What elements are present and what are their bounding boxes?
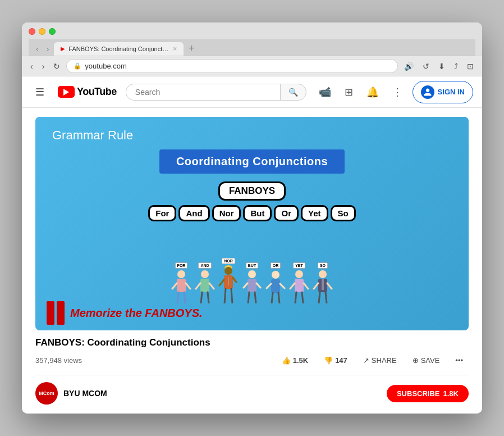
svg-rect-20 (248, 279, 256, 292)
svg-line-22 (256, 283, 260, 288)
yt-logo-icon (58, 86, 75, 98)
svg-point-19 (248, 270, 256, 278)
fanboys-word-or: Or (274, 205, 299, 221)
memorize-text: Memorize the FANBOYS. (70, 307, 203, 320)
back-nav-button[interactable]: ‹ (28, 60, 36, 72)
more-actions-button[interactable]: ••• (450, 353, 469, 368)
svg-line-40 (314, 283, 318, 289)
fanboys-label: FANBOYS (218, 181, 286, 201)
pause-bar-right (57, 301, 65, 325)
svg-line-11 (208, 292, 209, 303)
svg-line-29 (272, 293, 273, 303)
svg-line-34 (304, 283, 308, 289)
svg-rect-26 (271, 279, 280, 293)
svg-line-9 (209, 283, 214, 289)
svg-rect-7 (200, 279, 209, 292)
share-label: SHARE (372, 356, 397, 365)
tab-bar: ‹ › ▶ FANBOYS: Coordinating Conjunctions… (29, 39, 475, 56)
save-button[interactable]: ⊕ SAVE (407, 353, 446, 368)
svg-line-24 (255, 292, 256, 303)
search-button[interactable]: 🔍 (280, 84, 306, 101)
character-and-svg (195, 270, 215, 303)
svg-line-35 (295, 292, 296, 303)
share-button[interactable]: ↗ SHARE (358, 353, 402, 368)
channel-row: MCom BYU MCOM SUBSCRIBE 1.8K (35, 382, 469, 405)
volume-button[interactable]: 🔊 (401, 60, 416, 72)
svg-point-25 (272, 271, 280, 279)
title-bar: ‹ › ▶ FANBOYS: Coordinating Conjunctions… (22, 22, 482, 56)
fanboys-word-yet: Yet (301, 205, 328, 221)
reading-mode-button[interactable]: ⊡ (464, 60, 476, 72)
share-icon: ↗ (363, 356, 369, 365)
subscribe-button[interactable]: SUBSCRIBE 1.8K (387, 385, 469, 402)
new-tab-button[interactable]: + (186, 42, 198, 56)
address-bar[interactable]: 🔒 youtube.com (66, 59, 398, 73)
channel-name[interactable]: BYU MCOM (63, 389, 107, 398)
character-nor: NOR (218, 258, 239, 303)
video-views: 357,948 views (35, 356, 82, 365)
pause-bar-left (47, 301, 54, 325)
search-input[interactable] (126, 84, 280, 101)
create-video-button[interactable]: 📹 (315, 83, 335, 102)
sign-in-label: SIGN IN (438, 88, 465, 96)
fanboys-word-and: And (178, 205, 209, 221)
svg-line-33 (290, 283, 295, 289)
dislike-count: 147 (335, 356, 347, 365)
thumbs-up-icon: 👍 (282, 356, 291, 365)
notifications-button[interactable]: 🔔 (363, 83, 382, 102)
character-nor-svg (218, 265, 239, 303)
browser-tab[interactable]: ▶ FANBOYS: Coordinating Conjunctions × (54, 42, 184, 56)
browser-window: ‹ › ▶ FANBOYS: Coordinating Conjunctions… (22, 22, 482, 414)
minimize-button[interactable] (39, 28, 45, 35)
more-options-button[interactable]: ⋮ (389, 83, 406, 102)
download-icon[interactable]: ⬇ (436, 60, 448, 72)
forward-button[interactable]: › (44, 43, 52, 54)
back-button[interactable]: ‹ (33, 43, 42, 54)
header-right-actions: 📹 ⊞ 🔔 ⋮ SIGN IN (315, 81, 473, 103)
video-stats-row: 357,948 views 👍 1.5K 👎 147 ↗ SHARE (35, 353, 469, 368)
video-thumbnail[interactable]: Grammar Rule Coordinating Conjunctions F… (35, 117, 469, 330)
fanboys-word-nor: Nor (212, 205, 241, 221)
video-info: FANBOYS: Coordinating Conjunctions 357,9… (35, 337, 469, 405)
sign-in-button[interactable]: SIGN IN (413, 81, 473, 103)
maximize-button[interactable] (49, 28, 56, 35)
character-yet: YET (289, 262, 309, 303)
grammar-rule-text: Grammar Rule (35, 117, 150, 147)
reload-button[interactable]: ↻ (51, 60, 63, 72)
pause-overlay: Memorize the FANBOYS. pause now (47, 301, 203, 325)
refresh-button[interactable]: ↺ (420, 60, 432, 72)
like-button[interactable]: 👍 1.5K (276, 353, 314, 368)
channel-avatar[interactable]: MCom (35, 382, 58, 405)
character-so-svg (313, 270, 333, 303)
svg-line-42 (319, 292, 320, 303)
close-button[interactable] (29, 28, 35, 35)
character-or-svg (265, 270, 286, 303)
hamburger-menu-button[interactable]: ☰ (31, 81, 49, 103)
url-text: youtube.com (85, 62, 126, 70)
yt-logo-text: YouTube (77, 86, 117, 98)
yt-logo[interactable]: YouTube (58, 86, 117, 98)
channel-left: MCom BYU MCOM (35, 382, 107, 405)
svg-line-27 (267, 284, 271, 288)
fanboys-words-row: ForAndNorButOrYetSo (148, 205, 355, 221)
characters-row: FOR AND (35, 258, 469, 303)
share-button[interactable]: ⤴ (451, 60, 461, 72)
svg-line-21 (244, 283, 248, 288)
character-for: FOR (171, 262, 191, 303)
traffic-lights (29, 28, 475, 35)
svg-point-0 (177, 270, 185, 278)
avatar-text: MCom (39, 390, 54, 396)
apps-button[interactable]: ⊞ (341, 83, 356, 102)
forward-nav-button[interactable]: › (39, 60, 48, 72)
video-background: Grammar Rule Coordinating Conjunctions F… (35, 117, 469, 330)
character-yet-svg (289, 270, 309, 303)
close-tab-icon[interactable]: × (173, 45, 177, 53)
fanboys-word-but: But (243, 205, 272, 221)
character-for-svg (171, 270, 191, 303)
svg-point-31 (295, 270, 303, 278)
search-container: 🔍 (126, 84, 306, 101)
svg-line-28 (280, 284, 285, 288)
dislike-button[interactable]: 👎 147 (318, 353, 353, 368)
svg-rect-39 (322, 279, 324, 290)
video-actions: 👍 1.5K 👎 147 ↗ SHARE ⊕ (276, 353, 469, 368)
